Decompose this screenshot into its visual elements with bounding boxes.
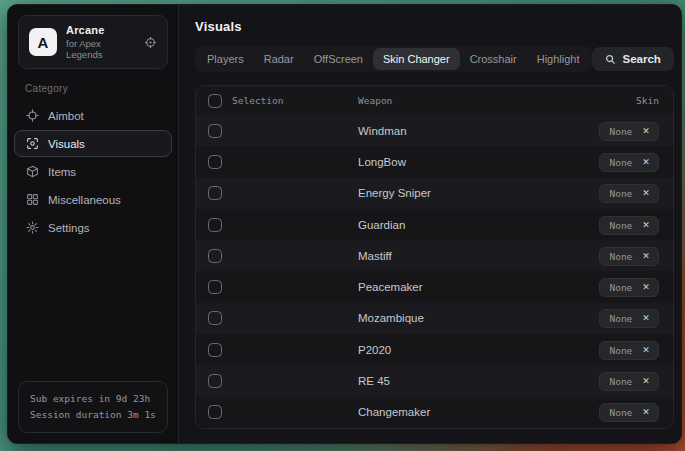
- row-checkbox[interactable]: [208, 249, 222, 263]
- session-duration-text: Session duration 3m 1s: [30, 407, 156, 423]
- weapon-name: Energy Sniper: [346, 187, 573, 199]
- tab-bar: PlayersRadarOffScreenSkin ChangerCrossha…: [195, 46, 592, 72]
- clear-skin-icon[interactable]: ✕: [642, 127, 650, 136]
- row-checkbox[interactable]: [208, 343, 222, 357]
- select-all-checkbox[interactable]: [208, 94, 222, 108]
- selection-column-header: Selection: [232, 95, 283, 106]
- skin-value: None: [609, 313, 632, 324]
- weapon-name: Guardian: [346, 219, 573, 231]
- row-checkbox[interactable]: [208, 311, 222, 325]
- tab-highlight[interactable]: Highlight: [527, 48, 590, 70]
- clear-skin-icon[interactable]: ✕: [642, 189, 650, 198]
- sidebar-item-settings[interactable]: Settings: [14, 214, 172, 241]
- weapon-name: Changemaker: [346, 406, 573, 418]
- table-row-mastiff: MastiffNone✕: [196, 240, 673, 271]
- app-logo: A: [29, 28, 57, 56]
- skin-select-button[interactable]: None✕: [599, 309, 658, 328]
- skin-select-button[interactable]: None✕: [599, 184, 658, 203]
- sub-expires-text: Sub expires in 9d 23h: [30, 391, 156, 407]
- table-row-peacemaker: PeacemakerNone✕: [196, 271, 673, 302]
- table-row-mozambique: MozambiqueNone✕: [196, 303, 673, 334]
- sidebar-item-visuals[interactable]: Visuals: [14, 130, 172, 157]
- sidebar-nav: AimbotVisualsItemsMiscellaneousSettings: [8, 102, 178, 241]
- clear-skin-icon[interactable]: ✕: [642, 252, 650, 261]
- skin-select-button[interactable]: None✕: [599, 372, 658, 391]
- subscription-info: Sub expires in 9d 23h Session duration 3…: [18, 381, 168, 433]
- sidebar-item-aimbot[interactable]: Aimbot: [14, 102, 172, 129]
- grid-icon: [26, 193, 39, 206]
- clear-skin-icon[interactable]: ✕: [642, 283, 650, 292]
- table-row-re-45: RE 45None✕: [196, 365, 673, 396]
- sidebar-item-label: Items: [48, 166, 76, 178]
- skin-select-button[interactable]: None✕: [599, 216, 658, 235]
- skin-value: None: [609, 376, 632, 387]
- clear-skin-icon[interactable]: ✕: [642, 408, 650, 417]
- table-row-p2020: P2020None✕: [196, 334, 673, 365]
- sidebar-item-label: Settings: [48, 222, 90, 234]
- search-button[interactable]: Search: [592, 47, 674, 71]
- skin-select-button[interactable]: None✕: [599, 278, 658, 297]
- search-icon: [605, 54, 616, 65]
- weapon-name: Peacemaker: [346, 281, 573, 293]
- clear-skin-icon[interactable]: ✕: [642, 314, 650, 323]
- crosshair-icon: [26, 109, 39, 122]
- page-title: Visuals: [195, 19, 674, 34]
- weapon-name: Mozambique: [346, 312, 573, 324]
- skin-value: None: [609, 251, 632, 262]
- skin-column-header: Skin: [573, 95, 673, 106]
- row-checkbox[interactable]: [208, 218, 222, 232]
- skin-value: None: [609, 188, 632, 199]
- table-row-energy-sniper: Energy SniperNone✕: [196, 178, 673, 209]
- skin-value: None: [609, 345, 632, 356]
- row-checkbox[interactable]: [208, 124, 222, 138]
- row-checkbox[interactable]: [208, 155, 222, 169]
- tab-radar[interactable]: Radar: [254, 48, 304, 70]
- weapon-name: Windman: [346, 125, 573, 137]
- main-panel: Visuals PlayersRadarOffScreenSkin Change…: [178, 5, 682, 443]
- target-icon[interactable]: [144, 36, 157, 49]
- skin-select-button[interactable]: None✕: [599, 153, 658, 172]
- tab-skin-changer[interactable]: Skin Changer: [373, 48, 460, 70]
- search-button-label: Search: [623, 53, 661, 65]
- skin-value: None: [609, 407, 632, 418]
- skin-value: None: [609, 157, 632, 168]
- clear-skin-icon[interactable]: ✕: [642, 346, 650, 355]
- skin-select-button[interactable]: None✕: [599, 247, 658, 266]
- app-title: Arcane: [66, 24, 135, 36]
- skin-select-button[interactable]: None✕: [599, 122, 658, 141]
- skin-select-button[interactable]: None✕: [599, 403, 658, 422]
- table-header-row: Selection Weapon Skin: [196, 86, 673, 115]
- gear-icon: [26, 221, 39, 234]
- tab-players[interactable]: Players: [197, 48, 254, 70]
- brand-card: A Arcane for Apex Legends: [18, 15, 168, 69]
- weapon-name: LongBow: [346, 156, 573, 168]
- app-window: A Arcane for Apex Legends Category Aimbo…: [7, 4, 682, 444]
- table-row-windman: WindmanNone✕: [196, 115, 673, 146]
- sidebar-item-label: Miscellaneous: [48, 194, 121, 206]
- weapon-column-header: Weapon: [346, 95, 573, 106]
- weapon-name: P2020: [346, 344, 573, 356]
- weapon-name: RE 45: [346, 375, 573, 387]
- sidebar-item-miscellaneous[interactable]: Miscellaneous: [14, 186, 172, 213]
- clear-skin-icon[interactable]: ✕: [642, 221, 650, 230]
- row-checkbox[interactable]: [208, 186, 222, 200]
- app-subtitle: for Apex Legends: [66, 38, 135, 60]
- category-label: Category: [25, 83, 178, 94]
- skin-value: None: [609, 282, 632, 293]
- row-checkbox[interactable]: [208, 405, 222, 419]
- sidebar-item-label: Aimbot: [48, 110, 84, 122]
- tab-crosshair[interactable]: Crosshair: [460, 48, 527, 70]
- sidebar-item-items[interactable]: Items: [14, 158, 172, 185]
- row-checkbox[interactable]: [208, 280, 222, 294]
- table-body: WindmanNone✕LongBowNone✕Energy SniperNon…: [196, 115, 673, 428]
- clear-skin-icon[interactable]: ✕: [642, 158, 650, 167]
- cube-icon: [26, 165, 39, 178]
- clear-skin-icon[interactable]: ✕: [642, 377, 650, 386]
- toolbar: PlayersRadarOffScreenSkin ChangerCrossha…: [195, 46, 674, 72]
- row-checkbox[interactable]: [208, 374, 222, 388]
- tab-offscreen[interactable]: OffScreen: [304, 48, 373, 70]
- table-row-changemaker: ChangemakerNone✕: [196, 397, 673, 428]
- skin-select-button[interactable]: None✕: [599, 341, 658, 360]
- table-row-longbow: LongBowNone✕: [196, 146, 673, 177]
- sidebar-item-label: Visuals: [48, 138, 85, 150]
